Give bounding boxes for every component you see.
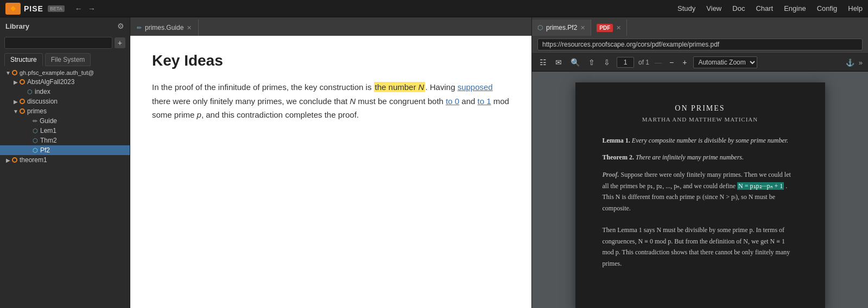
circle-icon (20, 79, 25, 85)
tree-item-pf2[interactable]: ⬡ Pf2 (0, 145, 130, 155)
menu-doc[interactable]: Doc (732, 4, 745, 12)
link-to1[interactable]: to 1 (478, 97, 491, 106)
circle-icon (12, 157, 17, 163)
theorem2-label: Theorem 2. (603, 153, 634, 161)
sidebar-search-area: + (0, 35, 130, 51)
right-tab-pdf[interactable]: PDF ✕ (591, 20, 627, 36)
pdf-authors: MARTHA AND MATTHEW MATICIAN (603, 116, 798, 123)
node-label: theorem1 (20, 156, 47, 164)
menu-help[interactable]: Help (848, 4, 863, 12)
gear-icon[interactable]: ⚙ (117, 22, 124, 30)
pdf-badge: PDF (597, 24, 613, 32)
hand-tool-button[interactable]: ✉ (553, 57, 564, 68)
menu-chart[interactable]: Chart (756, 4, 773, 12)
tree-item-lem1[interactable]: ⬡ Lem1 (0, 126, 130, 136)
tab-guide[interactable]: ✏ primes.Guide ✕ (130, 20, 199, 36)
zoom-in-button[interactable]: + (680, 57, 689, 68)
pdf-lemma1: Lemma 1. Every composite number is divis… (603, 136, 798, 146)
node-label: Pf2 (40, 146, 50, 154)
node-label: Thm2 (40, 137, 57, 144)
tree-item-discussion[interactable]: ▶ discussion (0, 97, 130, 106)
tree-item-thm2[interactable]: ⬡ Thm2 (0, 136, 130, 145)
theorem2-text: There are infinitely many prime numbers. (636, 153, 744, 161)
zoom-select[interactable]: Automatic Zoom (693, 56, 757, 68)
pdf-viewer: ☷ ✉ 🔍 ⇧ ⇩ of 1 — − + Automatic Zoom ⚓ » (532, 36, 868, 308)
tab-filesystem[interactable]: File System (45, 53, 91, 66)
node-label: gh.pfsc_example.auth_tut@ (20, 69, 94, 76)
tree-tab-icon: ⬡ (537, 24, 543, 31)
menu-engine[interactable]: Engine (784, 4, 806, 12)
right-tab-pf2-label: primes.Pf2 (546, 24, 577, 31)
library-label: Library (5, 22, 29, 30)
editor-title: Key Ideas (152, 52, 510, 69)
page-number-input[interactable] (617, 57, 634, 68)
tree-item-index[interactable]: ⬡ index (0, 87, 130, 97)
pise-logo: 🔶 (5, 3, 21, 15)
arrow-icon: ▶ (4, 157, 12, 163)
circle-icon (20, 99, 25, 104)
sidebar: Library ⚙ + Structure File System ▼ gh.p… (0, 17, 130, 308)
search-input[interactable] (4, 37, 112, 49)
sidebar-header: Library ⚙ (0, 17, 130, 35)
top-menu: Study View Doc Chart Engine Config Help (677, 4, 863, 12)
tree-item-primes[interactable]: ▼ primes (0, 106, 130, 116)
highlight-number-n: the number N (374, 82, 426, 92)
tree-icon: ⬡ (33, 137, 38, 144)
pdf-toolbar (532, 36, 868, 54)
main-area: Library ⚙ + Structure File System ▼ gh.p… (0, 17, 868, 308)
back-button[interactable]: ← (73, 4, 84, 13)
tree-item-guide[interactable]: ✏ Guide (0, 116, 130, 126)
sidebar-tabs: Structure File System (0, 51, 130, 66)
lemma1-text: Every composite number is divisible by s… (632, 137, 788, 144)
search-pdf-button[interactable]: 🔍 (568, 57, 582, 68)
node-label: Lem1 (40, 127, 56, 134)
pdf-url-bar[interactable] (537, 39, 863, 50)
editor-area: ✏ primes.Guide ✕ Key Ideas In the proof … (130, 17, 531, 308)
next-page-button[interactable]: ⇩ (601, 57, 612, 68)
arrow-icon: ▼ (12, 108, 20, 114)
pdf-doc-title: ON PRIMES (603, 104, 798, 113)
right-tab-pf2[interactable]: ⬡ primes.Pf2 ✕ (532, 20, 591, 36)
pdf-page-content: ON PRIMES MARTHA AND MATTHEW MATICIAN Le… (575, 82, 825, 308)
proof-text3: Then Lemma 1 says N must be divisible by… (603, 226, 790, 267)
arrow-icon: ▶ (12, 79, 20, 85)
prev-page-button[interactable]: ⇧ (586, 57, 597, 68)
right-panel: ⬡ primes.Pf2 ✕ PDF ✕ ☷ ✉ 🔍 ⇧ ⇩ of 1 — (531, 17, 868, 308)
close-guide-tab[interactable]: ✕ (187, 24, 192, 31)
tree-icon: ⬡ (33, 127, 38, 134)
tree-item-theorem1[interactable]: ▶ theorem1 (0, 155, 130, 165)
pencil-icon: ✏ (33, 118, 37, 125)
node-label: primes (27, 107, 47, 115)
tree-icon: ⬡ (33, 147, 38, 154)
proof-label: Proof. (603, 171, 619, 178)
node-label: index (35, 88, 50, 95)
bookmark-icon[interactable]: ⚓ (846, 59, 854, 67)
tab-structure[interactable]: Structure (4, 53, 43, 66)
close-pf2-tab[interactable]: ✕ (580, 24, 585, 31)
zoom-out-button[interactable]: − (667, 57, 676, 68)
menu-study[interactable]: Study (677, 4, 695, 12)
link-supposed[interactable]: supposed (458, 82, 493, 92)
arrow-icon: ▼ (4, 70, 12, 76)
tree-item-abstAlg[interactable]: ▶ AbstAlgFall2023 (0, 77, 130, 87)
forward-button[interactable]: → (86, 4, 97, 13)
node-label: discussion (27, 98, 58, 105)
sidebar-toggle-button[interactable]: ☷ (537, 57, 549, 68)
nav-arrows: ← → (73, 4, 97, 13)
tree-item-root[interactable]: ▼ gh.pfsc_example.auth_tut@ (0, 68, 130, 77)
link-to0[interactable]: to 0 (446, 97, 459, 106)
pdf-theorem2: Theorem 2. There are infinitely many pri… (603, 152, 798, 163)
pdf-controls: ☷ ✉ 🔍 ⇧ ⇩ of 1 — − + Automatic Zoom ⚓ » (532, 54, 868, 72)
editor-tabs-bar: ✏ primes.Guide ✕ (130, 17, 531, 36)
expand-icon[interactable]: » (859, 59, 863, 67)
pdf-proof: Proof. Suppose there were only finitely … (603, 169, 798, 269)
lemma1-label: Lemma 1. (603, 137, 630, 144)
menu-config[interactable]: Config (817, 4, 838, 12)
app-name: PISE (24, 4, 43, 13)
pdf-page: ON PRIMES MARTHA AND MATTHEW MATICIAN Le… (532, 72, 868, 308)
proof-highlight: N = p₁p₂···pₙ + 1 (737, 182, 784, 190)
add-button[interactable]: + (115, 37, 125, 48)
menu-view[interactable]: View (706, 4, 721, 12)
close-pdf-tab[interactable]: ✕ (616, 24, 621, 31)
page-total-label: of 1 (638, 59, 649, 66)
